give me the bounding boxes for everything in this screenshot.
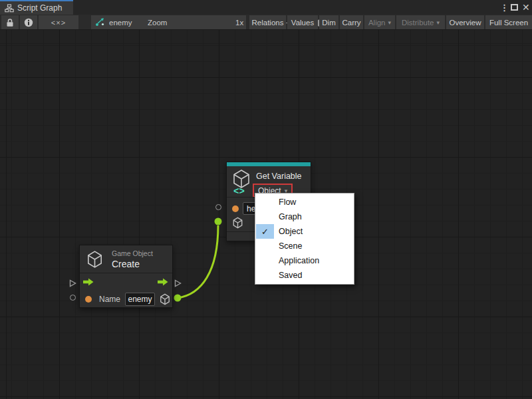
values-button[interactable]: Values — [287, 15, 318, 29]
flow-output-port[interactable] — [174, 279, 182, 287]
name-port-label: Name — [99, 295, 120, 304]
menu-item-label: Scene — [279, 241, 302, 251]
code-icon: <×> — [51, 19, 66, 27]
zoom-label: Zoom — [148, 19, 167, 27]
create-node-title: Create — [112, 259, 153, 269]
align-label: Align — [368, 19, 386, 27]
relations-button[interactable]: Relations — [249, 15, 286, 29]
dim-label: Dim — [322, 19, 335, 27]
menu-item-application[interactable]: Application — [255, 253, 354, 268]
chevron-down-icon: ▾ — [437, 19, 440, 26]
tab-title: Script Graph — [17, 3, 62, 13]
menu-item-scene[interactable]: Scene — [255, 239, 354, 253]
menu-item-label: Saved — [279, 271, 302, 280]
flow-in-arrow-icon — [83, 278, 94, 286]
menu-item-flow[interactable]: Flow — [255, 195, 354, 209]
flow-input-port[interactable] — [69, 279, 76, 287]
distribute-label: Distribute — [402, 19, 434, 27]
name-input[interactable]: enemy — [125, 293, 155, 306]
variable-name-port[interactable] — [215, 204, 221, 210]
menu-item-object[interactable]: ✓ Object — [255, 224, 354, 239]
carry-label: Carry — [342, 19, 360, 27]
graph-toolbar: <×> enemy Zoom 1x Relations Values Dim C… — [0, 15, 532, 30]
window-menu-icon[interactable]: ⋮ — [500, 0, 509, 15]
menu-item-saved[interactable]: Saved — [255, 268, 354, 283]
zoom-value: 1x — [235, 19, 243, 27]
graph-window-icon — [5, 4, 14, 13]
graph-name-label[interactable]: enemy — [109, 19, 132, 27]
values-label: Values — [291, 19, 314, 27]
tab-script-graph[interactable]: Script Graph — [0, 0, 73, 15]
game-object-port-icon — [232, 217, 243, 229]
carry-button[interactable]: Carry — [340, 15, 363, 29]
check-icon: ✓ — [256, 224, 274, 239]
svg-text:<>: <> — [233, 186, 245, 196]
create-node-titles: Game Object Create — [112, 249, 153, 269]
overview-label: Overview — [450, 19, 481, 27]
create-node-flow-row — [80, 273, 172, 290]
tab-bar: Script Graph ⋮ ✕ — [0, 0, 532, 15]
graph-icon — [94, 17, 105, 27]
game-object-port-icon — [159, 293, 171, 305]
create-node-header: Game Object Create — [80, 245, 172, 273]
lock-button[interactable] — [1, 15, 19, 29]
chevron-down-icon: ▾ — [388, 19, 392, 26]
lock-icon — [6, 18, 14, 27]
window-close-icon[interactable]: ✕ — [522, 0, 530, 15]
info-button[interactable] — [20, 15, 37, 29]
menu-item-graph[interactable]: Graph — [255, 209, 354, 224]
code-view-button[interactable]: <×> — [39, 15, 78, 29]
relations-label: Relations — [252, 19, 284, 27]
distribute-button[interactable]: Distribute ▾ — [396, 15, 445, 29]
create-node-name-row: Name enemy — [80, 290, 172, 308]
menu-item-label: Graph — [279, 212, 302, 221]
create-node-subtitle: Game Object — [112, 249, 153, 257]
string-port-icon — [85, 296, 92, 303]
fullscreen-label: Full Screen — [489, 19, 528, 27]
get-variable-title: Get Variable — [256, 172, 302, 181]
graph-zoom-group: enemy Zoom 1x — [91, 15, 246, 29]
variable-kind-menu: Flow Graph ✓ Object Scene Application Sa… — [255, 193, 354, 285]
name-input-port[interactable] — [70, 295, 76, 301]
window-maximize-icon[interactable] — [511, 0, 518, 15]
fullscreen-button[interactable]: Full Screen — [485, 15, 532, 29]
maximize-box-icon — [511, 4, 518, 11]
dim-button[interactable]: Dim — [319, 15, 338, 29]
menu-item-label: Flow — [279, 198, 296, 207]
string-port-icon — [232, 205, 239, 212]
align-button[interactable]: Align ▾ — [364, 15, 395, 29]
game-object-cube-icon — [86, 250, 104, 269]
info-icon — [24, 18, 33, 27]
menu-item-label: Application — [279, 256, 319, 265]
node-create-game-object[interactable]: Game Object Create Name enemy — [79, 245, 173, 308]
variable-cube-icon: <> — [231, 169, 251, 196]
menu-item-label: Object — [279, 227, 303, 236]
flow-out-arrow-icon — [158, 278, 168, 286]
overview-button[interactable]: Overview — [446, 15, 484, 29]
